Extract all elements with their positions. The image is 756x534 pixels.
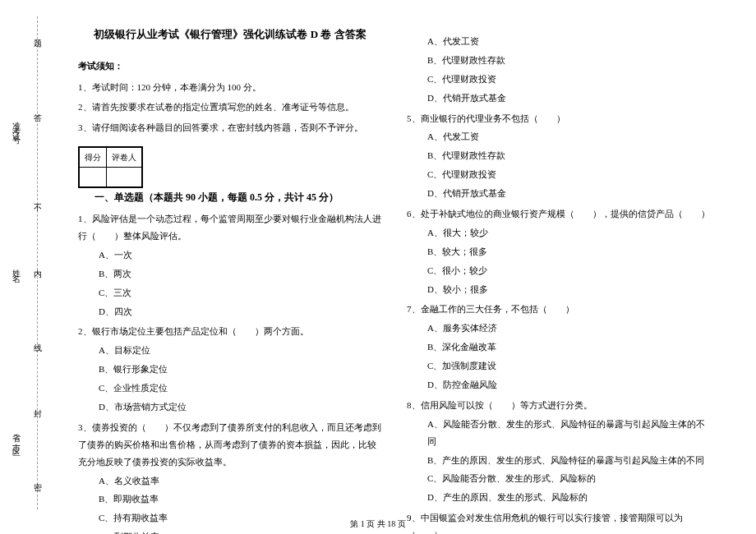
- grader-cell: 评卷人: [107, 148, 142, 168]
- q8-d: D、产生的原因、发生的形式、风险标的: [407, 489, 711, 506]
- q4-d: D、代销开放式基金: [407, 90, 711, 107]
- q6-c: C、很小；较少: [407, 262, 711, 279]
- q1-c: C、三次: [78, 284, 382, 302]
- q2-c: C、企业性质定位: [78, 380, 382, 397]
- binding-margin: 省（市区） 姓名 准考证号 密 封 线 内 不 答 题: [0, 16, 66, 509]
- section1-title: 一、单选题（本题共 90 小题，每题 0.5 分，共计 45 分）: [94, 188, 339, 207]
- exam-page: 省（市区） 姓名 准考证号 密 封 线 内 不 答 题 初级银行从业考试《银行管…: [0, 0, 756, 534]
- q5-c: C、代理财政投资: [407, 166, 711, 183]
- q1-stem: 1、风险评估是一个动态过程，每个监管周期至少要对银行业金融机构法人进行（ ）整体…: [78, 210, 382, 245]
- q5-d: D、代销开放式基金: [407, 185, 711, 202]
- q4-c: C、代理财政投资: [407, 71, 711, 88]
- q1-a: A、一次: [78, 246, 382, 264]
- q6-d: D、较小；很多: [407, 281, 711, 298]
- notice-label: 考试须知：: [78, 58, 382, 75]
- q7-d: D、防控金融风险: [407, 376, 711, 394]
- q7-a: A、服务实体经济: [407, 320, 711, 337]
- score-cell: 得分: [80, 148, 107, 168]
- binding-line: [37, 16, 38, 509]
- q3-a: A、名义收益率: [78, 472, 382, 490]
- q1-d: D、四次: [78, 303, 382, 320]
- left-column: 初级银行从业考试《银行管理》强化训练试卷 D 卷 含答案 考试须知： 1、考试时…: [66, 16, 394, 534]
- q8-c: C、风险能否分散、发生的形式、风险标的: [407, 470, 711, 487]
- notice-2: 2、请首先按要求在试卷的指定位置填写您的姓名、准考证号等信息。: [78, 99, 382, 116]
- page-footer: 第 1 页 共 18 页: [0, 518, 756, 530]
- grader-blank: [107, 168, 142, 187]
- label-province: 省（市区）: [10, 427, 21, 452]
- q3-stem: 3、债券投资的（ ）不仅考虑到了债券所支付的利息收入，而且还考虑到了债券的购买价…: [78, 419, 382, 471]
- q4-b: B、代理财政性存款: [407, 52, 711, 69]
- q8-stem: 8、信用风险可以按（ ）等方式进行分类。: [407, 397, 711, 414]
- q5-stem: 5、商业银行的代理业务不包括（ ）: [407, 110, 711, 127]
- q1-b: B、两次: [78, 265, 382, 283]
- right-column: A、代发工资 B、代理财政性存款 C、代理财政投资 D、代销开放式基金 5、商业…: [394, 16, 723, 534]
- q2-a: A、目标定位: [78, 342, 382, 359]
- q8-a: A、风险能否分散、发生的形式、风险特征的暴露与引起风险主体的不同: [407, 416, 711, 450]
- notice-1: 1、考试时间：120 分钟，本卷满分为 100 分。: [78, 79, 382, 96]
- q8-b: B、产生的原因、发生的形式、风险特征的暴露与引起风险主体的不同: [407, 452, 711, 469]
- q5-b: B、代理财政性存款: [407, 147, 711, 164]
- q6-b: B、较大；很多: [407, 243, 711, 260]
- score-row: 得分 评卷人 一、单选题（本题共 90 小题，每题 0.5 分，共计 45 分）: [78, 146, 382, 207]
- label-ticket: 准考证号: [10, 115, 21, 135]
- notice-3: 3、请仔细阅读各种题目的回答要求，在密封线内答题，否则不予评分。: [78, 119, 382, 136]
- q7-stem: 7、金融工作的三大任务，不包括（ ）: [407, 301, 711, 318]
- q2-b: B、银行形象定位: [78, 361, 382, 378]
- exam-title: 初级银行从业考试《银行管理》强化训练试卷 D 卷 含答案: [78, 25, 382, 45]
- q7-b: B、深化金融改革: [407, 338, 711, 356]
- q6-stem: 6、处于补缺式地位的商业银行资产规模（ ），提供的信贷产品（ ）: [407, 205, 711, 223]
- q2-d: D、市场营销方式定位: [78, 398, 382, 416]
- score-table: 得分 评卷人: [78, 146, 143, 188]
- score-blank: [80, 168, 107, 187]
- q3-b: B、即期收益率: [78, 490, 382, 508]
- q2-stem: 2、银行市场定位主要包括产品定位和（ ）两个方面。: [78, 323, 382, 340]
- content-area: 初级银行从业考试《银行管理》强化训练试卷 D 卷 含答案 考试须知： 1、考试时…: [66, 16, 756, 534]
- label-name: 姓名: [10, 263, 21, 273]
- q5-a: A、代发工资: [407, 128, 711, 145]
- q4-a: A、代发工资: [407, 33, 711, 50]
- q7-c: C、加强制度建设: [407, 357, 711, 375]
- q6-a: A、很大；较少: [407, 224, 711, 242]
